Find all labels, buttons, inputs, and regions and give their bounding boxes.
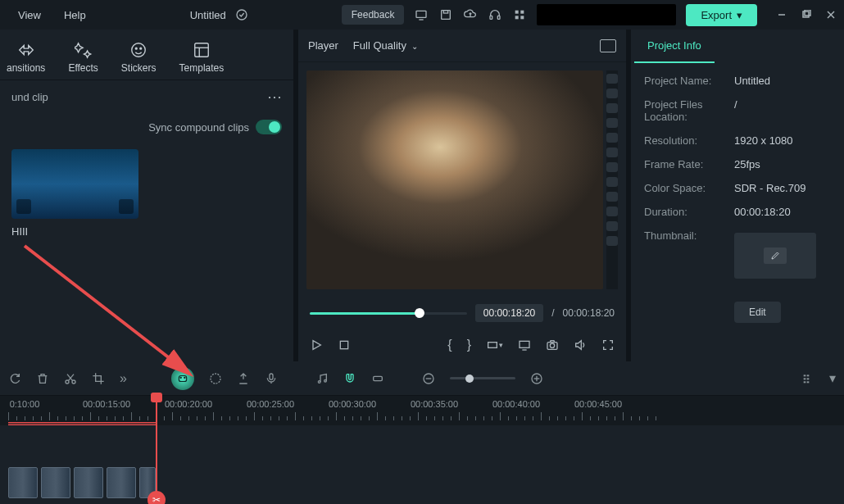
zoom-slider[interactable]: [450, 377, 515, 379]
current-time: 00:00:18:20: [475, 304, 543, 322]
svg-rect-6: [515, 11, 519, 14]
svg-point-17: [140, 48, 142, 49]
fullscreen-icon[interactable]: [601, 338, 615, 352]
svg-point-15: [132, 43, 146, 57]
zoom-in-icon[interactable]: [530, 372, 543, 385]
track-dropdown-icon[interactable]: ▾: [829, 370, 836, 386]
cloud-upload-icon[interactable]: [463, 7, 478, 22]
headphones-icon[interactable]: [488, 7, 502, 22]
tab-stickers[interactable]: Stickers: [121, 41, 157, 74]
cut-icon[interactable]: [64, 372, 77, 385]
project-info-tab[interactable]: Project Info: [634, 30, 715, 63]
framerate-value: 25fps: [734, 158, 760, 170]
svg-rect-45: [804, 378, 806, 379]
player-panel: Player Full Quality⌄ 00:00:18:20 / 00:00…: [298, 30, 626, 361]
track-clip[interactable]: [41, 467, 70, 498]
bracket-close-icon[interactable]: }: [467, 338, 471, 352]
export-button[interactable]: Export ▾: [686, 4, 757, 26]
title-spacer: [537, 4, 676, 25]
marker-icon[interactable]: [237, 372, 250, 385]
time-mark: 00:00:20:00: [165, 399, 212, 409]
svg-rect-44: [807, 375, 810, 376]
top-menu-bar: View Help Untitled Feedback Export ▾: [0, 0, 844, 30]
crop-icon[interactable]: [92, 372, 105, 385]
thumbnail-box[interactable]: [734, 233, 816, 279]
tab-transitions[interactable]: ansitions: [7, 41, 45, 74]
close-button[interactable]: [824, 8, 837, 21]
video-preview[interactable]: [306, 70, 603, 289]
edit-button[interactable]: Edit: [734, 302, 781, 323]
film-strip: [606, 70, 618, 289]
svg-rect-9: [521, 16, 524, 19]
minimize-button[interactable]: [775, 8, 788, 21]
svg-point-33: [211, 374, 220, 384]
media-panel: ansitions Effects Stickers Templates und…: [0, 30, 293, 361]
svg-rect-48: [807, 381, 810, 383]
resolution-label: Resolution:: [644, 134, 734, 147]
time-ruler[interactable]: 0:10:00 00:00:15:00 00:00:20:00 00:00:25…: [0, 396, 844, 425]
transitions-icon: [17, 41, 35, 59]
ratio-icon[interactable]: ▾: [486, 338, 503, 352]
svg-rect-24: [520, 341, 529, 347]
clip-name: HIII: [11, 225, 282, 238]
redo-icon[interactable]: [8, 372, 21, 385]
tab-effects[interactable]: Effects: [68, 41, 98, 74]
quality-dropdown[interactable]: Full Quality⌄: [350, 36, 434, 55]
menu-view[interactable]: View: [7, 9, 52, 21]
clip-thumbnail[interactable]: [11, 149, 138, 219]
project-name-value: Untitled: [734, 75, 770, 87]
time-mark: 0:10:00: [10, 399, 40, 409]
svg-rect-2: [442, 11, 451, 20]
svg-rect-12: [805, 10, 810, 16]
svg-rect-5: [498, 16, 501, 19]
duration-label: Duration:: [644, 206, 734, 218]
svg-rect-32: [179, 375, 186, 381]
music-icon[interactable]: [315, 372, 329, 385]
more-options-icon[interactable]: ⋯: [267, 88, 282, 106]
play-button[interactable]: [310, 338, 323, 352]
effects-icon: [75, 41, 93, 59]
timeline-tracks[interactable]: [0, 425, 844, 499]
colorspace-label: Color Space:: [644, 182, 734, 194]
svg-rect-47: [804, 381, 806, 383]
track-clip[interactable]: [74, 467, 103, 498]
feedback-button[interactable]: Feedback: [342, 5, 405, 25]
svg-rect-7: [521, 11, 524, 14]
svg-point-35: [318, 380, 320, 383]
ai-tools-button[interactable]: [171, 367, 194, 390]
save-icon[interactable]: [438, 7, 453, 22]
magnet-icon[interactable]: [343, 372, 356, 385]
playhead[interactable]: ✂: [156, 396, 157, 499]
zoom-out-icon[interactable]: [422, 372, 435, 385]
track-clip[interactable]: [8, 467, 38, 498]
svg-point-16: [136, 48, 138, 49]
camera-icon[interactable]: [546, 338, 559, 352]
delete-icon[interactable]: [36, 372, 49, 385]
screen-icon[interactable]: [414, 7, 429, 22]
expand-tools-icon[interactable]: »: [120, 371, 127, 386]
project-location-label: Project Files Location:: [644, 98, 734, 123]
sync-toggle[interactable]: [256, 120, 282, 134]
svg-point-36: [324, 379, 327, 382]
snapshot-icon[interactable]: [600, 39, 616, 52]
maximize-button[interactable]: [800, 8, 813, 21]
stop-button[interactable]: [338, 338, 351, 352]
track-options-icon[interactable]: [801, 372, 815, 385]
link-icon[interactable]: [371, 372, 384, 385]
svg-point-31: [184, 376, 185, 378]
svg-rect-8: [515, 16, 519, 19]
mic-icon[interactable]: [265, 372, 278, 385]
playback-progress[interactable]: [310, 312, 467, 315]
tab-templates[interactable]: Templates: [179, 41, 225, 74]
menu-help[interactable]: Help: [52, 9, 98, 21]
svg-rect-43: [804, 375, 806, 376]
grid-icon[interactable]: [512, 7, 527, 22]
time-mark: 00:00:35:00: [411, 399, 458, 409]
scissors-icon[interactable]: ✂: [147, 491, 166, 504]
player-label: Player: [308, 39, 338, 52]
display-icon[interactable]: [518, 338, 531, 352]
color-icon[interactable]: [209, 372, 222, 385]
bracket-open-icon[interactable]: {: [447, 338, 451, 352]
track-clip[interactable]: [107, 467, 136, 498]
volume-icon[interactable]: [574, 338, 587, 352]
